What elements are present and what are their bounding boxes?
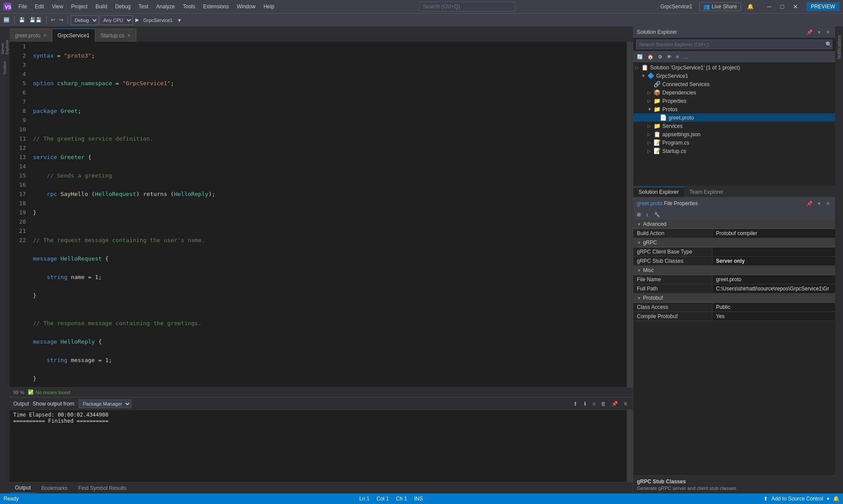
live-share-button[interactable]: 👥 Live Share (699, 2, 741, 11)
solution-search-input[interactable] (636, 42, 825, 47)
menu-help[interactable]: Help (260, 2, 278, 11)
output-tab-output[interactable]: Output (10, 483, 36, 493)
toolbox-tab[interactable]: Toolbox (0, 54, 9, 81)
tab-grpcservice1[interactable]: GrpcService1 (52, 29, 95, 42)
props-val-fullpath[interactable]: C:\Users\shirhatti\source\repos\GrpcServ… (712, 284, 835, 293)
run-icon[interactable]: ▶ (134, 16, 141, 24)
search-input[interactable] (419, 2, 516, 11)
close-button[interactable]: ✕ (790, 1, 801, 12)
source-control-dropdown-icon[interactable]: ▾ (827, 496, 829, 502)
tree-appsettings[interactable]: ▷ 📋 appsettings.json (633, 130, 835, 138)
tab-greet-proto-close[interactable]: ✕ (43, 33, 47, 38)
props-grid-icon[interactable]: ⊞ (635, 211, 643, 218)
menu-debug[interactable]: Debug (112, 2, 134, 11)
props-val-class-access[interactable]: Public (712, 303, 835, 312)
editor-scrollbar[interactable] (627, 42, 633, 387)
props-val-filename[interactable]: greet.proto (712, 275, 835, 284)
notifications-icon[interactable]: 🔔 (745, 3, 756, 11)
se-toolbar-props-icon[interactable]: ⚙ (656, 53, 664, 61)
undo-icon[interactable]: ↩ (49, 16, 57, 24)
tree-services[interactable]: ▷ 📁 Services (633, 122, 835, 130)
se-pin-icon[interactable]: 📌 (805, 29, 814, 36)
props-close-icon[interactable]: ✕ (824, 200, 832, 207)
tree-arrow-protos[interactable]: ▼ (647, 107, 654, 112)
maximize-button[interactable]: □ (777, 1, 788, 12)
add-to-source-control-icon[interactable]: ⬆ (763, 496, 768, 502)
save-icon[interactable]: 💾 (17, 16, 27, 24)
platform-dropdown[interactable]: Any CPU (99, 15, 133, 25)
tab-startup-cs[interactable]: Startup.cs ✕ (95, 29, 136, 42)
output-tab-bookmarks[interactable]: Bookmarks (36, 483, 73, 493)
props-filter-icon[interactable]: 🔧 (652, 211, 662, 218)
tree-dependencies[interactable]: ▷ 📦 Dependencies (633, 88, 835, 97)
tree-arrow-solution[interactable]: ▷ (635, 65, 641, 70)
se-toolbar-preview-icon[interactable]: 👁 (665, 53, 673, 60)
menu-tools[interactable]: Tools (179, 2, 199, 11)
tree-arrow-dep[interactable]: ▷ (647, 90, 654, 95)
props-dropdown-icon[interactable]: ▾ (816, 200, 822, 207)
tree-project[interactable]: ▼ 🔷 GrpcService1 (633, 72, 835, 80)
explorer-tab-team[interactable]: Team Explorer (684, 187, 728, 197)
tree-arrow-startup[interactable]: ▷ (647, 149, 654, 153)
menu-test[interactable]: Test (135, 2, 152, 11)
tree-arrow-program[interactable]: ▷ (647, 140, 654, 145)
se-toolbar-more-icon[interactable]: … (681, 53, 690, 60)
run-dropdown-icon[interactable]: ▼ (175, 17, 184, 24)
code-editor[interactable]: 12345 678910 1112131415 1617181920 2122 … (10, 42, 633, 387)
tree-solution[interactable]: ▷ 📋 Solution 'GrpcService1' (1 of 1 proj… (633, 63, 835, 72)
se-toolbar-filter-icon[interactable]: ≡ (674, 53, 680, 60)
menu-window[interactable]: Window (233, 2, 259, 11)
props-val-grpc-client[interactable] (712, 247, 835, 256)
tab-greet-proto[interactable]: greet.proto ✕ (10, 29, 52, 42)
output-close-icon[interactable]: ✕ (621, 400, 629, 408)
menu-build[interactable]: Build (92, 2, 111, 11)
props-section-misc[interactable]: ▼ Misc (633, 266, 835, 275)
server-explorer-tab[interactable]: Server Explorer (0, 28, 9, 54)
menu-file[interactable]: File (15, 2, 30, 11)
tree-arrow-services[interactable]: ▷ (647, 123, 654, 128)
props-val-grpc-stub[interactable]: Server only (712, 257, 835, 265)
output-wrap-icon[interactable]: ≡ (591, 400, 597, 408)
se-dropdown-icon[interactable]: ▾ (816, 29, 822, 36)
tree-arrow-props[interactable]: ▷ (647, 98, 654, 103)
output-clear-icon[interactable]: 🗑 (599, 400, 608, 408)
tree-program-cs[interactable]: ▷ 📝 Program.cs (633, 138, 835, 147)
tree-greet-proto[interactable]: 📄 greet.proto (633, 113, 835, 122)
output-scroll-up-icon[interactable]: ⬆ (571, 400, 579, 408)
save-all-icon[interactable]: 💾💾 (28, 16, 44, 24)
output-scrollbar[interactable] (627, 410, 633, 482)
props-val-compile-protobuf[interactable]: Yes (712, 312, 835, 321)
output-scroll-down-icon[interactable]: ⬇ (581, 400, 589, 408)
se-toolbar-sync-icon[interactable]: 🔄 (635, 53, 645, 61)
redo-icon[interactable]: ↪ (58, 16, 65, 24)
minimize-button[interactable]: ─ (763, 1, 775, 12)
tab-startup-cs-close[interactable]: ✕ (127, 33, 131, 38)
code-content[interactable]: syntax = "proto3"; option csharp_namespa… (29, 42, 627, 387)
tree-startup-cs[interactable]: ▷ 📝 Startup.cs (633, 147, 835, 155)
props-val-build-action[interactable]: Protobuf compiler (712, 229, 835, 238)
new-project-icon[interactable]: 🆕 (2, 16, 11, 24)
menu-extensions[interactable]: Extensions (200, 2, 233, 11)
output-pin-icon[interactable]: 📌 (610, 400, 620, 408)
tree-connected-services[interactable]: 🔗 Connected Services (633, 80, 835, 88)
add-to-source-control-label[interactable]: Add to Source Control (771, 496, 823, 502)
menu-edit[interactable]: Edit (31, 2, 47, 11)
props-pin-icon[interactable]: 📌 (805, 200, 814, 207)
notifications-label[interactable]: Notifications (837, 35, 842, 59)
tree-protos[interactable]: ▼ 📁 Protos (633, 105, 835, 113)
run-label[interactable]: GrpcService1 (142, 17, 174, 24)
menu-project[interactable]: Project (68, 2, 91, 11)
tree-arrow-project[interactable]: ▼ (641, 73, 647, 78)
output-source-dropdown[interactable]: Package Manager (79, 399, 131, 408)
props-section-grpc[interactable]: ▼ gRPC (633, 238, 835, 247)
tree-arrow-appsettings[interactable]: ▷ (647, 132, 654, 137)
debug-config-dropdown[interactable]: Debug (71, 15, 98, 25)
notification-bell-icon[interactable]: 🔔 (833, 496, 839, 502)
props-section-protobuf[interactable]: ▼ Protobuf (633, 294, 835, 303)
output-tab-find-symbol[interactable]: Find Symbol Results (73, 483, 132, 493)
se-close-icon[interactable]: ✕ (824, 29, 832, 36)
menu-view[interactable]: View (48, 2, 67, 11)
props-sort-icon[interactable]: ↕ (644, 211, 650, 218)
props-section-advanced[interactable]: ▼ Advanced (633, 220, 835, 229)
menu-analyze[interactable]: Analyze (153, 2, 178, 11)
